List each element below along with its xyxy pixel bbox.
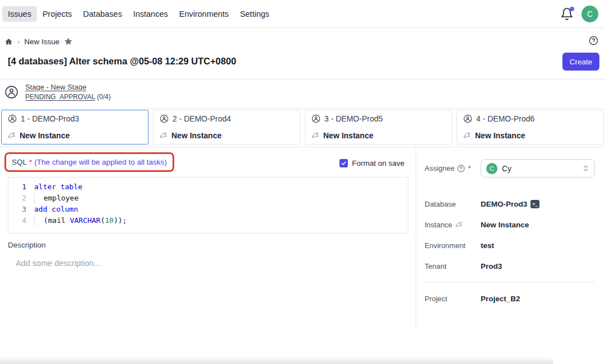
stage-section: Stage - New Stage PENDING_APPROVAL (0/4) xyxy=(4,83,111,101)
sql-label-annotation-box: SQL* (The change will be applied to all … xyxy=(4,152,174,172)
approval-person-icon xyxy=(311,114,320,123)
code-text: (mail xyxy=(35,215,70,226)
stage-progress: (0/4) xyxy=(95,93,111,101)
environment-value: test xyxy=(481,241,494,250)
home-icon[interactable] xyxy=(4,38,13,46)
field-instance: Instance New Instance xyxy=(425,221,529,229)
star-icon[interactable] xyxy=(64,37,73,46)
task-card-instance: New Instance xyxy=(20,131,69,140)
stage-status-text: PENDING_APPROVAL xyxy=(25,93,95,101)
task-card-title: 2 - DEMO-Prod4 xyxy=(173,114,231,123)
create-button[interactable]: Create xyxy=(562,53,599,71)
nav-item-issues[interactable]: Issues xyxy=(2,6,37,22)
database-engine-icon xyxy=(8,132,16,139)
user-avatar[interactable]: C xyxy=(581,6,598,22)
line-number: 1 xyxy=(8,181,34,193)
divider xyxy=(0,79,605,80)
task-card-title: 1 - DEMO-Prod3 xyxy=(21,114,79,123)
assignee-value: Cy xyxy=(502,164,511,173)
format-on-save-label[interactable]: Format on save xyxy=(352,159,404,167)
line-number: 2 xyxy=(8,193,34,204)
sql-editor-terminal-icon[interactable]: >_ xyxy=(530,200,539,208)
project-value[interactable]: Project_B2 xyxy=(481,295,520,303)
field-label: Environment xyxy=(425,241,466,250)
nav-item-environments[interactable]: Environments xyxy=(174,6,235,22)
stage-status[interactable]: PENDING_APPROVAL (0/4) xyxy=(25,93,111,101)
sql-editor[interactable]: 1alter table 2 employee 3add column 4 (m… xyxy=(8,177,408,234)
notification-bell-icon[interactable] xyxy=(560,7,574,21)
field-environment: Environment test xyxy=(425,241,494,250)
bottom-shadow-bar xyxy=(0,357,553,364)
required-asterisk: * xyxy=(468,164,471,172)
code-text: )); xyxy=(114,215,127,226)
database-value[interactable]: DEMO-Prod3 xyxy=(481,200,527,208)
instance-value: New Instance xyxy=(481,221,529,229)
task-card-instance: New Instance xyxy=(171,131,221,140)
task-card-instance: New Instance xyxy=(475,131,525,140)
breadcrumb-separator: › xyxy=(17,38,20,46)
field-project: Project Project_B2 xyxy=(425,295,520,303)
code-text: employee xyxy=(35,193,78,204)
database-engine-icon xyxy=(311,132,319,139)
code-text: VARCHAR xyxy=(70,215,101,226)
tenant-value: Prod3 xyxy=(481,262,502,270)
breadcrumb: › New Issue xyxy=(4,35,599,48)
approval-person-icon xyxy=(4,85,18,99)
top-navigation: Issues Projects Databases Instances Envi… xyxy=(0,0,605,28)
field-tenant: Tenant Prod3 xyxy=(425,262,502,270)
database-engine-icon xyxy=(463,132,471,139)
nav-item-databases[interactable]: Databases xyxy=(77,6,127,22)
required-asterisk: * xyxy=(29,158,32,166)
sidebar-divider xyxy=(416,148,416,328)
task-card-1[interactable]: 1 - DEMO-Prod3 New Instance xyxy=(1,110,148,144)
help-icon[interactable] xyxy=(589,36,598,45)
task-card-title: 4 - DEMO-Prod6 xyxy=(476,114,534,123)
code-text: add column xyxy=(34,204,78,215)
divider xyxy=(0,147,605,147)
task-card-instance: New Instance xyxy=(323,131,373,140)
line-number: 3 xyxy=(8,204,34,215)
approval-person-icon xyxy=(160,114,169,123)
code-line: 1alter table xyxy=(8,181,408,193)
chevron-up-down-icon xyxy=(582,164,589,172)
nav-item-instances[interactable]: Instances xyxy=(128,6,174,22)
assignee-label: Assignee xyxy=(425,164,454,172)
code-line: 2 employee xyxy=(8,193,408,204)
code-line: 3add column xyxy=(8,204,408,215)
code-line: 4 (mail VARCHAR(10)); xyxy=(8,215,408,226)
task-card-title: 3 - DEMO-Prod5 xyxy=(324,114,383,123)
field-label: Project xyxy=(425,295,447,303)
breadcrumb-current[interactable]: New Issue xyxy=(24,38,59,46)
approval-person-icon xyxy=(463,114,472,123)
field-database: Database DEMO-Prod3>_ xyxy=(425,200,539,208)
task-cards: 1 - DEMO-Prod3 New Instance 2 - DEMO-Pro… xyxy=(1,110,604,144)
assignee-help-icon[interactable] xyxy=(457,165,465,172)
sql-note: (The change will be applied to all tasks… xyxy=(34,158,166,166)
database-engine-icon xyxy=(160,132,167,139)
nav-items: Issues Projects Databases Instances Envi… xyxy=(2,6,275,22)
code-text: 10 xyxy=(105,215,114,226)
code-text: ( xyxy=(100,215,105,226)
field-label: Tenant xyxy=(425,262,446,270)
code-text: alter table xyxy=(34,181,82,193)
approval-person-icon xyxy=(8,114,17,123)
nav-item-projects[interactable]: Projects xyxy=(37,6,77,22)
task-card-2[interactable]: 2 - DEMO-Prod4 New Instance xyxy=(153,110,300,144)
description-input[interactable]: Add some description... xyxy=(16,259,101,268)
page-title: [4 databases] Alter schema @05-08 12:29 … xyxy=(8,56,236,67)
assignee-select[interactable]: C Cy xyxy=(481,159,595,178)
sql-label: SQL xyxy=(12,158,27,166)
field-label: Database xyxy=(425,200,456,208)
stage-link[interactable]: Stage - New Stage xyxy=(25,83,111,91)
new-issue-page: Issues Projects Databases Instances Envi… xyxy=(0,0,605,364)
task-card-4[interactable]: 4 - DEMO-Prod6 New Instance xyxy=(457,110,604,144)
format-on-save-checkbox[interactable] xyxy=(339,159,348,167)
sidebar-section-divider xyxy=(425,282,595,282)
line-number: 4 xyxy=(8,215,34,226)
field-label: Instance xyxy=(425,221,452,229)
nav-item-settings[interactable]: Settings xyxy=(234,6,274,22)
field-value: DEMO-Prod3>_ xyxy=(481,200,539,208)
assignee-avatar: C xyxy=(486,163,497,174)
database-engine-icon xyxy=(455,221,463,228)
task-card-3[interactable]: 3 - DEMO-Prod5 New Instance xyxy=(305,110,452,144)
